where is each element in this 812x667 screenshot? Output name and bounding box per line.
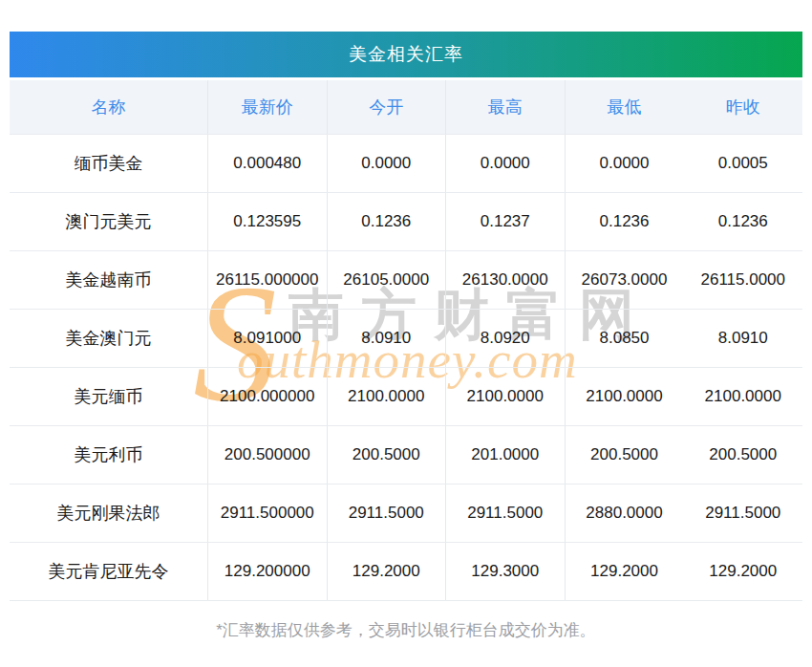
cell-prev_close: 129.2000 (684, 542, 803, 600)
page: 美金相关汇率 S 南方财富网 outhmoney.com 名称最新价今开最高最低… (0, 0, 812, 667)
exchange-rate-panel: 美金相关汇率 S 南方财富网 outhmoney.com 名称最新价今开最高最低… (10, 32, 802, 601)
cell-low: 8.0850 (565, 309, 684, 367)
cell-prev_close: 26115.0000 (684, 250, 803, 309)
cell-high: 2100.0000 (446, 367, 566, 425)
table-row: 美元缅币2100.0000002100.00002100.00002100.00… (10, 367, 802, 425)
cell-prev_close: 2911.5000 (684, 484, 803, 542)
cell-latest: 0.123595 (208, 192, 328, 250)
column-header-open: 今开 (327, 80, 446, 134)
table-row: 美元利币200.500000200.5000201.0000200.500020… (10, 425, 802, 484)
cell-prev_close: 2100.0000 (684, 367, 803, 425)
table-row: 美金越南币26115.00000026105.000026130.0000260… (10, 250, 802, 309)
cell-latest: 129.200000 (208, 542, 328, 600)
table-row: 澳门元美元0.1235950.12360.12370.12360.1236 (10, 192, 802, 250)
cell-high: 26130.0000 (446, 250, 566, 309)
cell-prev_close: 0.1236 (684, 192, 803, 250)
table-row: 缅币美金0.0004800.00000.00000.00000.0005 (10, 134, 802, 192)
cell-open: 26105.0000 (327, 250, 446, 309)
cell-low: 2880.0000 (565, 484, 684, 542)
rates-table: 名称最新价今开最高最低昨收 缅币美金0.0004800.00000.00000.… (10, 80, 802, 601)
table-title-bar: 美金相关汇率 (10, 32, 802, 77)
cell-high: 2911.5000 (446, 484, 566, 542)
cell-name: 美元缅币 (10, 367, 208, 425)
cell-high: 0.0000 (446, 134, 566, 192)
cell-name: 美元利币 (10, 425, 208, 484)
cell-prev_close: 8.0910 (684, 309, 803, 367)
cell-name: 缅币美金 (10, 134, 208, 192)
cell-low: 2100.0000 (565, 367, 684, 425)
cell-low: 0.1236 (565, 192, 684, 250)
cell-open: 200.5000 (327, 425, 446, 484)
cell-low: 200.5000 (565, 425, 684, 484)
column-header-low: 最低 (565, 80, 684, 134)
table-body: 缅币美金0.0004800.00000.00000.00000.0005澳门元美… (10, 134, 802, 600)
column-header-prev_close: 昨收 (684, 80, 803, 134)
cell-name: 美元刚果法郎 (10, 484, 208, 542)
cell-low: 26073.0000 (565, 250, 684, 309)
cell-latest: 200.500000 (208, 425, 328, 484)
cell-open: 2100.0000 (327, 367, 446, 425)
cell-open: 2911.5000 (327, 484, 446, 542)
table-row: 美元刚果法郎2911.5000002911.50002911.50002880.… (10, 484, 802, 542)
cell-prev_close: 200.5000 (684, 425, 803, 484)
cell-open: 0.0000 (327, 134, 446, 192)
cell-prev_close: 0.0005 (684, 134, 803, 192)
cell-open: 0.1236 (327, 192, 446, 250)
cell-high: 8.0920 (446, 309, 566, 367)
cell-low: 129.2000 (565, 542, 684, 600)
footer-note: *汇率数据仅供参考，交易时以银行柜台成交价为准。 (0, 619, 812, 641)
cell-high: 129.3000 (446, 542, 566, 600)
cell-open: 8.0910 (327, 309, 446, 367)
table-row: 美金澳门元8.0910008.09108.09208.08508.0910 (10, 309, 802, 367)
cell-latest: 2100.000000 (208, 367, 328, 425)
cell-name: 美元肯尼亚先令 (10, 542, 208, 600)
cell-high: 0.1237 (446, 192, 566, 250)
cell-name: 美金澳门元 (10, 309, 208, 367)
cell-name: 澳门元美元 (10, 192, 208, 250)
cell-low: 0.0000 (565, 134, 684, 192)
cell-open: 129.2000 (327, 542, 446, 600)
cell-latest: 0.000480 (208, 134, 328, 192)
cell-latest: 2911.500000 (208, 484, 328, 542)
cell-latest: 8.091000 (208, 309, 328, 367)
cell-high: 201.0000 (446, 425, 566, 484)
column-header-high: 最高 (446, 80, 566, 134)
table-row: 美元肯尼亚先令129.200000129.2000129.3000129.200… (10, 542, 802, 600)
column-header-name: 名称 (10, 80, 208, 134)
table-title: 美金相关汇率 (349, 42, 463, 67)
cell-latest: 26115.000000 (208, 250, 328, 309)
cell-name: 美金越南币 (10, 250, 208, 309)
column-header-latest: 最新价 (208, 80, 328, 134)
header-row: 名称最新价今开最高最低昨收 (10, 80, 802, 134)
